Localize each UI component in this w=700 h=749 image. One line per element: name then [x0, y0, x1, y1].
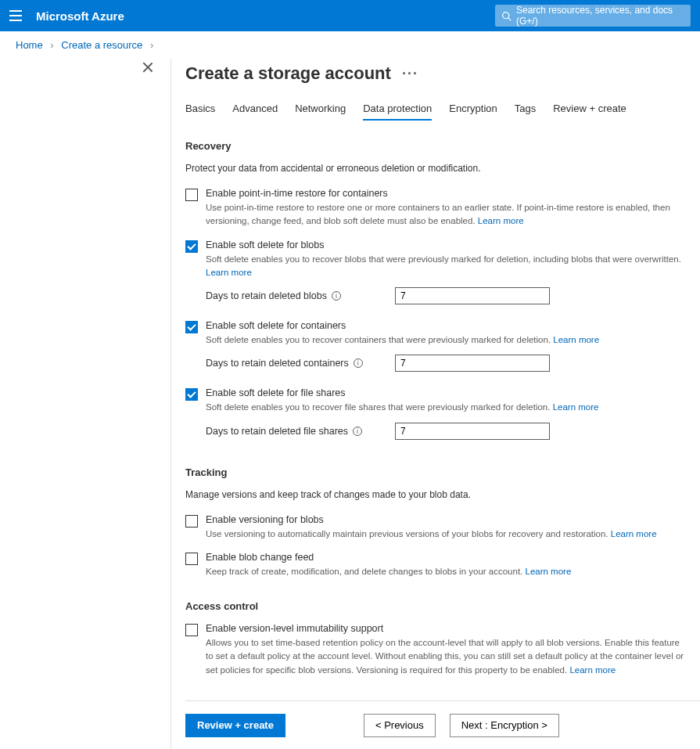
svg-line-1: [508, 17, 511, 20]
blade: Create a storage account ··· Basics Adva…: [171, 59, 700, 749]
section-heading-tracking: Tracking: [185, 466, 700, 478]
next-button[interactable]: Next : Encryption >: [450, 714, 559, 737]
search-input[interactable]: Search resources, services, and docs (G+…: [495, 5, 691, 27]
option-desc: Use versioning to automatically maintain…: [206, 528, 684, 541]
option-title: Enable version-level immutability suppor…: [206, 623, 684, 634]
option-immutability: Enable version-level immutability suppor…: [185, 623, 700, 677]
tabs: Basics Advanced Networking Data protecti…: [185, 98, 700, 121]
option-title: Enable soft delete for file shares: [206, 387, 684, 398]
checkbox-pitr[interactable]: [185, 189, 198, 201]
days-retain-containers-input[interactable]: [395, 355, 550, 372]
option-pitr: Enable point-in-time restore for contain…: [185, 188, 700, 229]
checkbox-change-feed[interactable]: [185, 553, 198, 565]
breadcrumb-item-create-resource[interactable]: Create a resource: [61, 39, 142, 51]
section-intro-recovery: Protect your data from accidental or err…: [185, 163, 700, 174]
review-create-button[interactable]: Review + create: [185, 714, 285, 737]
learn-more-link[interactable]: Learn more: [478, 216, 524, 225]
top-bar: Microsoft Azure Search resources, servic…: [0, 0, 700, 31]
tab-basics[interactable]: Basics: [185, 98, 215, 121]
option-soft-delete-blobs: Enable soft delete for blobs Soft delete…: [185, 239, 700, 310]
info-icon[interactable]: i: [354, 358, 363, 368]
tab-data-protection[interactable]: Data protection: [363, 98, 432, 121]
breadcrumb: Home › Create a resource ›: [0, 31, 700, 59]
option-title: Enable versioning for blobs: [206, 514, 684, 525]
svg-point-0: [503, 12, 509, 18]
section-intro-tracking: Manage versions and keep track of change…: [185, 489, 700, 500]
option-title: Enable soft delete for containers: [206, 320, 684, 331]
learn-more-link[interactable]: Learn more: [206, 268, 252, 277]
option-title: Enable blob change feed: [206, 552, 684, 563]
checkbox-versioning[interactable]: [185, 515, 198, 528]
search-icon: [501, 11, 512, 21]
chevron-right-icon: ›: [150, 39, 153, 51]
close-icon[interactable]: [142, 62, 153, 73]
field-label: Days to retain deleted containers: [206, 358, 349, 369]
option-soft-delete-containers: Enable soft delete for containers Soft d…: [185, 320, 700, 376]
option-change-feed: Enable blob change feed Keep track of cr…: [185, 552, 700, 578]
option-title: Enable point-in-time restore for contain…: [206, 188, 684, 199]
checkbox-soft-delete-blobs[interactable]: [185, 240, 198, 253]
option-soft-delete-fileshares: Enable soft delete for file shares Soft …: [185, 387, 700, 444]
section-heading-recovery: Recovery: [185, 140, 700, 152]
section-heading-access: Access control: [185, 600, 700, 612]
option-versioning: Enable versioning for blobs Use versioni…: [185, 514, 700, 541]
checkbox-immutability[interactable]: [185, 624, 198, 636]
option-desc: Soft delete enables you to recover file …: [206, 401, 684, 414]
learn-more-link[interactable]: Learn more: [569, 665, 616, 675]
footer-bar: Review + create < Previous Next : Encryp…: [185, 700, 700, 737]
option-desc: Soft delete enables you to recover blobs…: [206, 253, 684, 280]
learn-more-link[interactable]: Learn more: [553, 402, 599, 412]
breadcrumb-item-home[interactable]: Home: [16, 39, 43, 51]
menu-icon[interactable]: [9, 10, 22, 21]
info-icon[interactable]: i: [353, 427, 362, 436]
previous-button[interactable]: < Previous: [364, 714, 436, 737]
learn-more-link[interactable]: Learn more: [526, 567, 572, 576]
checkbox-soft-delete-fileshares[interactable]: [185, 388, 198, 401]
chevron-right-icon: ›: [50, 39, 53, 51]
checkbox-soft-delete-containers[interactable]: [185, 321, 198, 333]
tab-encryption[interactable]: Encryption: [449, 98, 497, 121]
learn-more-link[interactable]: Learn more: [553, 335, 599, 344]
option-title: Enable soft delete for blobs: [206, 239, 684, 250]
tab-advanced[interactable]: Advanced: [232, 98, 278, 121]
tab-tags[interactable]: Tags: [515, 98, 536, 121]
tab-networking[interactable]: Networking: [295, 98, 346, 121]
page-title: Create a storage account: [185, 63, 391, 84]
more-icon[interactable]: ···: [402, 66, 418, 82]
field-label: Days to retain deleted blobs: [206, 290, 327, 301]
info-icon[interactable]: i: [332, 291, 341, 301]
brand: Microsoft Azure: [36, 9, 124, 23]
days-retain-blobs-input[interactable]: [395, 287, 550, 304]
field-label: Days to retain deleted file shares: [206, 426, 348, 437]
tab-review-create[interactable]: Review + create: [553, 98, 626, 121]
option-desc: Soft delete enables you to recover conta…: [206, 333, 684, 347]
option-desc: Keep track of create, modification, and …: [206, 565, 684, 578]
days-retain-fileshares-input[interactable]: [395, 423, 550, 440]
learn-more-link[interactable]: Learn more: [611, 529, 657, 538]
option-desc: Use point-in-time restore to restore one…: [206, 201, 684, 229]
search-placeholder: Search resources, services, and docs (G+…: [516, 5, 684, 27]
option-desc: Allows you to set time-based retention p…: [206, 636, 684, 677]
